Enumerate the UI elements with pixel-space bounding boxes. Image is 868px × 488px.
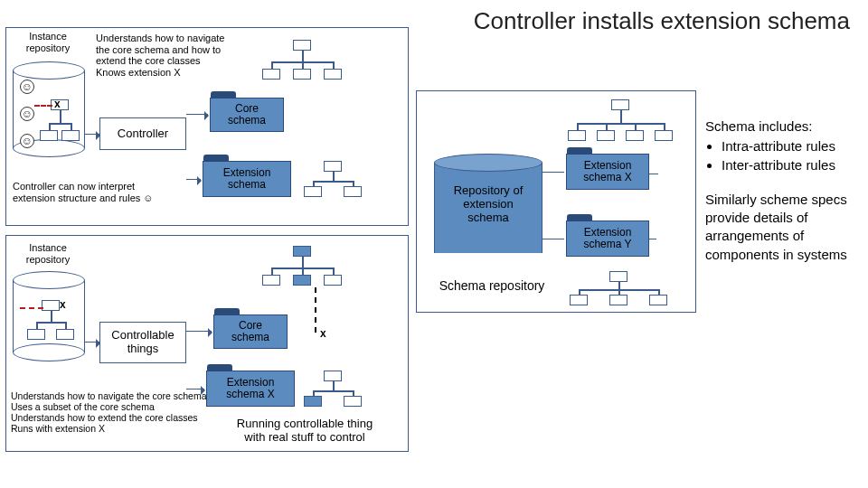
bullet-1: Intra-attribute rules (722, 137, 859, 155)
controller-box: Controller (99, 117, 186, 150)
mini-tree (40, 99, 81, 148)
ext-tree-1 (304, 161, 367, 201)
connector (649, 174, 658, 174)
connector (85, 342, 99, 343)
dashed-vertical (315, 287, 316, 333)
connector (542, 239, 564, 239)
connector (85, 134, 99, 135)
face-icon (20, 134, 34, 148)
core-schema-2: Core schema (213, 314, 288, 349)
ext-tree-2 (304, 371, 367, 410)
scheme-specs-text: Similarly scheme specs provide details o… (705, 191, 859, 264)
connector (186, 114, 208, 115)
connector (186, 389, 204, 389)
core-schema-1: Core schema (210, 98, 284, 132)
extension-schema-2: Extension schema X (206, 371, 295, 407)
extension-schema-y: Extension schema Y (566, 221, 649, 257)
dash-link (34, 105, 52, 107)
instance-repo-label-2: Instance repository (16, 242, 80, 265)
instance-repo-label-1: Instance repository (16, 31, 80, 53)
bottom-footnote: Understands how to navigate the core sch… (11, 390, 210, 434)
core-tree-1 (262, 40, 344, 85)
top-desc: Understands how to navigate the core sch… (96, 33, 231, 79)
right-notes: Schema includes: Intra-attribute rules I… (705, 117, 859, 264)
running-caption: Running controllable thing with real stu… (210, 418, 400, 445)
schema-repo-caption: Schema repository (430, 278, 553, 293)
x-mark: x (60, 298, 66, 311)
controller-footnote: Controller can now interpret extension s… (13, 181, 193, 203)
connector (542, 172, 564, 173)
dash-link (20, 307, 43, 309)
schema-repo-label: Repository of extension schema (439, 184, 537, 225)
face-icon (20, 107, 34, 121)
connector (186, 179, 201, 180)
schema-repo-tree-bottom (570, 271, 669, 307)
schema-repo-tree (568, 99, 676, 146)
schema-includes-label: Schema includes: (705, 117, 859, 136)
extension-schema-x: Extension schema X (566, 154, 649, 190)
extension-schema-1: Extension schema (203, 161, 291, 197)
face-icon (20, 80, 34, 94)
bullet-2: Inter-attribute rules (722, 156, 859, 174)
x-mark: x (320, 327, 326, 340)
x-mark: x (54, 98, 61, 110)
page-title: Controller installs extension schema (474, 7, 850, 35)
connector (186, 331, 212, 332)
connector (649, 239, 656, 239)
core-tree-2 (262, 246, 344, 291)
controllable-things-box: Controllable things (99, 322, 186, 363)
